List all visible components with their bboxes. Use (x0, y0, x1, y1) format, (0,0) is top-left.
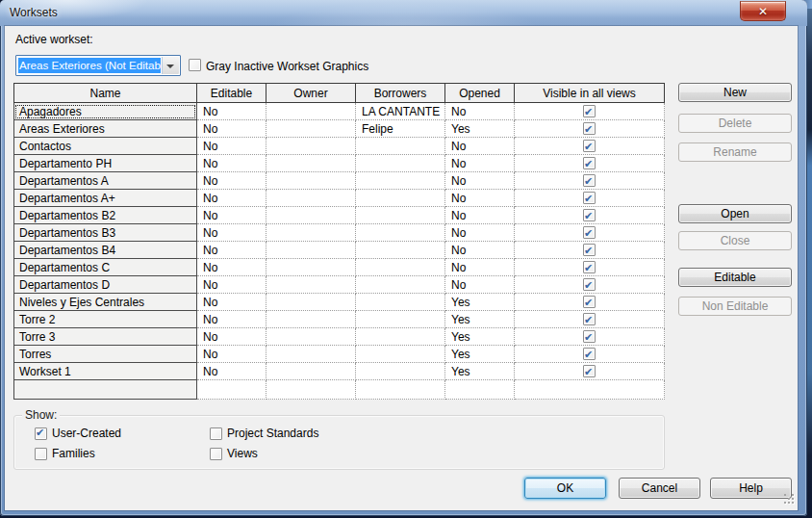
visible-cell (515, 103, 665, 120)
visible-checkbox[interactable] (583, 348, 596, 360)
open-button[interactable]: Open (678, 204, 792, 223)
families-checkbox[interactable] (35, 448, 47, 460)
borrowers-cell (356, 294, 445, 311)
editable-cell[interactable]: No (197, 311, 266, 328)
workset-name-cell[interactable]: Departamentos A (13, 172, 197, 190)
new-button[interactable]: New (678, 83, 792, 102)
editable-cell[interactable]: No (197, 190, 266, 207)
workset-name-cell[interactable]: Torre 2 (13, 311, 197, 328)
visible-checkbox[interactable] (583, 226, 596, 239)
opened-cell[interactable]: Yes (445, 120, 515, 138)
workset-name-cell[interactable]: Niveles y Ejes Centrales (13, 294, 197, 311)
editable-cell[interactable]: No (197, 242, 266, 259)
workset-name-cell[interactable]: Areas Exteriores (13, 120, 197, 138)
workset-name-cell[interactable]: Torres (13, 346, 197, 363)
editable-cell[interactable]: No (197, 172, 266, 190)
editable-cell[interactable]: No (197, 224, 266, 242)
owner-cell (266, 103, 356, 120)
close-button[interactable]: ✕ (740, 1, 786, 21)
visible-checkbox[interactable] (583, 313, 596, 325)
borrowers-cell (356, 138, 445, 155)
visible-checkbox[interactable] (583, 261, 596, 273)
owner-cell (266, 224, 356, 242)
editable-cell[interactable]: No (197, 346, 266, 363)
editable-cell[interactable]: No (197, 294, 266, 311)
workset-name-cell[interactable]: Departamentos B3 (13, 224, 197, 242)
visible-checkbox[interactable] (583, 157, 596, 169)
families-option: Families (35, 447, 210, 460)
borrowers-cell (356, 207, 445, 224)
workset-name-cell[interactable]: Contactos (13, 138, 197, 155)
opened-cell[interactable]: No (445, 207, 515, 224)
owner-cell (266, 207, 356, 224)
visible-checkbox[interactable] (583, 105, 596, 117)
opened-cell[interactable]: No (445, 276, 515, 294)
owner-cell (266, 276, 356, 294)
visible-checkbox[interactable] (583, 122, 596, 135)
delete-button: Delete (678, 114, 792, 133)
editable-cell[interactable]: No (197, 155, 266, 172)
visible-cell (515, 242, 665, 259)
empty-cell (197, 380, 266, 400)
opened-cell[interactable]: No (445, 138, 515, 155)
resize-grip-icon[interactable] (784, 494, 795, 505)
user-created-checkbox[interactable] (35, 427, 47, 440)
opened-cell[interactable]: No (445, 155, 515, 172)
cancel-button[interactable]: Cancel (619, 478, 700, 499)
opened-cell[interactable]: Yes (445, 346, 515, 363)
editable-cell[interactable]: No (197, 138, 266, 155)
editable-cell[interactable]: No (197, 276, 266, 294)
opened-cell[interactable]: Yes (445, 294, 515, 311)
visible-checkbox[interactable] (583, 330, 596, 343)
opened-cell[interactable]: No (445, 103, 515, 120)
dropdown-arrow-button[interactable] (162, 57, 179, 74)
workset-name-cell[interactable]: Departamentos B4 (13, 242, 197, 259)
opened-cell[interactable]: No (445, 259, 515, 276)
workset-name-cell[interactable]: Torre 3 (13, 328, 197, 346)
opened-cell[interactable]: Yes (445, 363, 515, 380)
editable-cell[interactable]: No (197, 363, 266, 380)
checkbox-label: Families (52, 447, 95, 460)
visible-checkbox[interactable] (583, 192, 596, 204)
title-bar[interactable]: Worksets ✕ (0, 0, 807, 26)
editable-button[interactable]: Editable (678, 268, 792, 287)
opened-cell[interactable]: Yes (445, 311, 515, 328)
workset-name-cell[interactable]: Departamentos D (13, 276, 197, 294)
workset-name-cell[interactable]: Departamentos C (13, 259, 197, 276)
workset-name-cell[interactable]: Departamentos B2 (13, 207, 197, 224)
editable-cell[interactable]: No (197, 120, 266, 138)
visible-checkbox[interactable] (583, 365, 596, 377)
opened-cell[interactable]: No (445, 190, 515, 207)
worksets-dialog: Worksets ✕ Active workset: Areas Exterio… (0, 0, 807, 516)
active-workset-dropdown[interactable]: Areas Exteriores (Not Editable) (15, 55, 181, 76)
borrowers-cell (356, 328, 445, 346)
editable-cell[interactable]: No (197, 207, 266, 224)
visible-checkbox[interactable] (583, 140, 596, 152)
workset-name-cell[interactable]: Workset 1 (13, 363, 197, 380)
workset-name-cell[interactable]: Departamentos A+ (13, 190, 197, 207)
rename-button: Rename (678, 142, 792, 162)
workset-name-cell[interactable]: Departamento PH (13, 155, 197, 172)
visible-cell (515, 155, 665, 172)
editable-cell[interactable]: No (197, 259, 266, 276)
help-button[interactable]: Help (710, 478, 792, 499)
empty-name-cell (13, 380, 197, 400)
opened-cell[interactable]: No (445, 172, 515, 190)
ok-button[interactable]: OK (524, 478, 606, 499)
visible-checkbox[interactable] (583, 209, 596, 221)
visible-checkbox[interactable] (583, 174, 596, 187)
visible-checkbox[interactable] (583, 296, 596, 308)
editable-cell[interactable]: No (197, 103, 266, 120)
visible-checkbox[interactable] (583, 278, 596, 291)
visible-checkbox[interactable] (583, 244, 596, 256)
views-checkbox[interactable] (210, 448, 222, 460)
opened-cell[interactable]: Yes (445, 328, 515, 346)
gray-inactive-checkbox[interactable] (189, 59, 201, 71)
borrowers-cell (356, 242, 445, 259)
project-standards-checkbox[interactable] (210, 427, 222, 440)
editable-cell[interactable]: No (197, 328, 266, 346)
visible-cell (515, 172, 665, 190)
opened-cell[interactable]: No (445, 242, 515, 259)
opened-cell[interactable]: No (445, 224, 515, 242)
workset-name-cell[interactable]: Apagadores (13, 103, 197, 120)
